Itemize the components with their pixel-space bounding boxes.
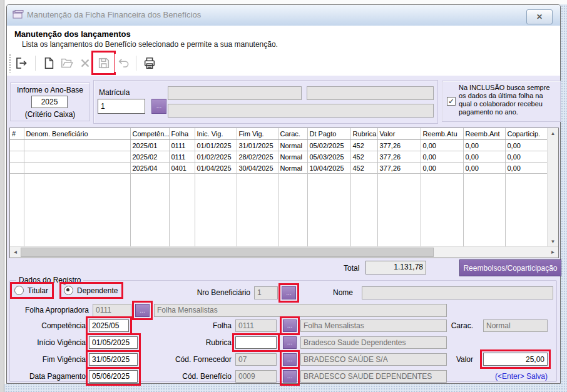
content-area: Informe o Ano-Base (Critério Caixa) Matr…	[7, 76, 560, 383]
cod-beneficio-field: 0009	[235, 370, 277, 383]
ano-base-input[interactable]	[31, 96, 68, 108]
table-cell: 05/02/2025	[307, 140, 350, 151]
table-cell: 28/02/2025	[237, 151, 278, 163]
dados-registro-group: Dados do Registro Titular Dependente Nro…	[9, 280, 557, 382]
rubrica-desc: Bradesco Saude Dependentes	[300, 336, 447, 349]
column-header[interactable]: #	[10, 128, 24, 140]
folha-label: Folha	[154, 321, 232, 330]
horizontal-scrollbar[interactable]: ◄ ►	[10, 246, 558, 258]
column-header[interactable]: Valor	[377, 128, 421, 140]
cod-fornecedor-browse-button[interactable]: ...	[283, 353, 297, 366]
new-button[interactable]	[39, 54, 58, 72]
table-cell: 05/03/2025	[307, 151, 350, 163]
undo-button[interactable]	[115, 54, 133, 72]
column-header[interactable]: Dt Pagto	[307, 128, 350, 140]
column-header[interactable]: Denom. Beneficiário	[24, 128, 130, 140]
rubrica-label: Rubrica	[154, 338, 232, 347]
column-header[interactable]: Reemb.Atu	[421, 128, 463, 140]
vertical-scrollbar[interactable]: ▲ ▼	[547, 128, 558, 247]
valor-input[interactable]	[483, 353, 548, 366]
cod-beneficio-label: Cód. Benefício	[154, 372, 232, 381]
exit-button[interactable]	[12, 54, 30, 72]
page-header: Manutenção dos lançamentos Lista os lanç…	[7, 26, 560, 51]
fim-vigencia-label: Fim Vigência	[10, 355, 86, 364]
table-row[interactable]: 2025/01011101/01/202531/01/2025Normal05/…	[10, 140, 548, 151]
window-title: Manutenção da Ficha Financeira dos Benef…	[27, 10, 201, 19]
table: #Denom. BeneficiárioCompetên...FolhaInic…	[10, 128, 548, 247]
column-header[interactable]: Rubrica	[350, 128, 377, 140]
ano-base-label: Informe o Ano-Base	[11, 86, 89, 94]
carac-label: Carac.	[411, 321, 473, 330]
scrollbar-thumb[interactable]	[21, 248, 434, 257]
delete-x-icon	[78, 56, 92, 70]
table-cell	[24, 163, 130, 174]
save-icon	[97, 56, 111, 70]
delete-button[interactable]	[76, 54, 94, 72]
table-row[interactable]: 2025/02011101/02/202528/02/2025Normal05/…	[10, 151, 548, 163]
competencia-input[interactable]	[89, 319, 129, 332]
close-icon[interactable]: ✕	[526, 9, 553, 24]
inclusao-checkbox[interactable]: ✓	[447, 97, 456, 106]
data-pagamento-label: Data Pagamento	[10, 372, 86, 381]
table-cell: 10/04/2025	[307, 163, 350, 174]
folha-apropriadora-browse-button[interactable]: ...	[135, 304, 150, 317]
table-cell: 01/04/2025	[195, 163, 237, 174]
toolbar	[7, 51, 560, 76]
radio-icon	[14, 286, 24, 295]
matricula-browse-button[interactable]: ...	[151, 99, 166, 114]
nro-beneficiario-field: 1	[254, 286, 278, 299]
desktop-edge	[0, 0, 4, 392]
column-header[interactable]: Folha	[169, 128, 195, 140]
table-cell	[10, 140, 24, 151]
column-header[interactable]: Fim Vig.	[237, 128, 278, 140]
undo-icon	[117, 56, 131, 70]
nro-beneficiario-browse-button[interactable]: ...	[282, 286, 296, 299]
carac-field: Normal	[483, 319, 548, 332]
folha-browse-button[interactable]: ...	[283, 319, 297, 332]
scroll-left-icon[interactable]: ◄	[10, 247, 21, 258]
toolbar-separator	[35, 56, 36, 71]
reembolsos-button[interactable]: Reembolsos/Coparticipação	[459, 259, 561, 276]
column-header[interactable]: Coparticip.	[505, 128, 548, 140]
toolbar-gripper[interactable]	[9, 54, 11, 73]
open-folder-icon	[60, 56, 74, 70]
dependente-radio[interactable]: Dependente	[63, 285, 120, 296]
titular-label: Titular	[28, 286, 48, 295]
rubrica-input[interactable]	[235, 336, 277, 349]
save-button[interactable]	[94, 54, 113, 72]
table-cell: 0111	[169, 140, 195, 151]
table-cell: 2025/01	[130, 140, 169, 151]
table-cell	[24, 140, 130, 151]
data-pagamento-input[interactable]	[89, 370, 138, 383]
folha-apropriadora-desc: Folha Mensalistas	[154, 304, 447, 317]
dependente-label: Dependente	[77, 286, 118, 295]
app-window: Manutenção da Ficha Financeira dos Benef…	[6, 4, 561, 384]
scroll-right-icon[interactable]: ►	[548, 247, 558, 258]
table-cell: 01/01/2025	[195, 140, 237, 151]
open-button[interactable]	[58, 54, 76, 72]
print-button[interactable]	[140, 54, 158, 72]
column-header[interactable]: Reemb.Ant	[463, 128, 505, 140]
table-cell: 0,00	[505, 163, 548, 174]
total-field: 1.131,78	[365, 261, 426, 274]
matricula-info-field	[168, 86, 302, 100]
new-document-icon	[42, 56, 56, 70]
column-header[interactable]: Competên...	[130, 128, 169, 140]
titular-radio[interactable]: Titular	[13, 285, 51, 296]
table-cell: 0,00	[505, 151, 548, 163]
column-header[interactable]: Inic. Vig.	[195, 128, 237, 140]
table-cell: 0,00	[421, 151, 463, 163]
inicio-vigencia-input[interactable]	[89, 336, 138, 349]
scroll-up-icon[interactable]: ▲	[548, 128, 558, 139]
inclusao-panel: ✓ Na INCLUSÃO busca sempre os dados da ú…	[442, 81, 561, 122]
rubrica-browse-button[interactable]: ...	[283, 336, 297, 349]
table-row[interactable]: 2025/04040101/04/202530/04/2025Normal10/…	[10, 163, 548, 174]
fim-vigencia-input[interactable]	[89, 353, 138, 366]
column-header[interactable]: Carac.	[278, 128, 307, 140]
cod-beneficio-browse-button[interactable]: ...	[283, 370, 297, 383]
cod-fornecedor-label: Cód. Fornecedor	[154, 355, 232, 364]
table-cell: 452	[350, 163, 377, 174]
table-cell	[24, 151, 130, 163]
scroll-down-icon[interactable]: ▼	[548, 236, 558, 247]
matricula-input[interactable]	[98, 99, 145, 114]
